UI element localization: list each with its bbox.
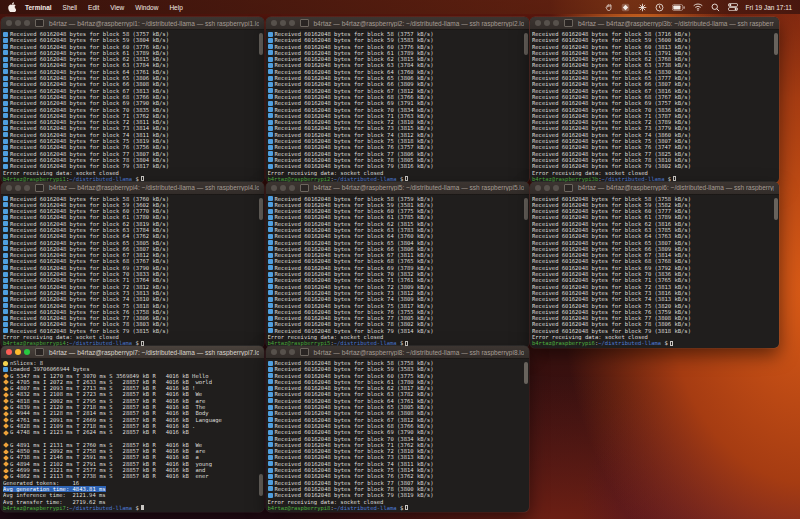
close-button[interactable] bbox=[535, 20, 541, 26]
battery-icon[interactable] bbox=[672, 4, 685, 11]
zoom-button[interactable] bbox=[289, 20, 295, 26]
line-text: Received 60162048 bytes for block 70 (38… bbox=[275, 436, 434, 442]
zoom-button[interactable] bbox=[24, 349, 30, 355]
minimize-button[interactable] bbox=[280, 349, 286, 355]
window-titlebar[interactable]: b4rtaz — b4rtaz@raspberrypi1: ~/distribu… bbox=[1, 17, 264, 30]
fast-forward-icon bbox=[3, 246, 8, 251]
close-button[interactable] bbox=[6, 20, 12, 26]
minimize-button[interactable] bbox=[544, 185, 550, 191]
window-titlebar[interactable]: b4rtaz — b4rtaz@raspberrypi4: ~/distribu… bbox=[1, 182, 264, 195]
menu-bar-clock[interactable]: Fri 19 Jan 17:11 bbox=[746, 4, 793, 11]
line-text: Received 60162048 bytes for block 70 (38… bbox=[532, 271, 691, 277]
scrollbar-thumb[interactable] bbox=[259, 198, 263, 220]
close-button[interactable] bbox=[271, 185, 277, 191]
close-button[interactable] bbox=[6, 185, 12, 191]
window-titlebar[interactable]: b4rtaz — b4rtaz@raspberrypi2: ~/distribu… bbox=[266, 17, 529, 30]
scrollbar[interactable] bbox=[524, 31, 528, 181]
line-text: Received 60162048 bytes for block 65 (38… bbox=[532, 240, 691, 246]
menu-item-edit[interactable]: Edit bbox=[88, 4, 99, 11]
scrollbar[interactable] bbox=[259, 196, 263, 346]
terminal-window-raspberrypi4[interactable]: b4rtaz — b4rtaz@raspberrypi4: ~/distribu… bbox=[1, 182, 264, 348]
terminal-window-raspberrypi1[interactable]: b4rtaz — b4rtaz@raspberrypi1: ~/distribu… bbox=[1, 17, 264, 183]
window-titlebar[interactable]: b4rtaz — b4rtaz@raspberrypi5: ~/distribu… bbox=[266, 182, 529, 195]
minimize-button[interactable] bbox=[15, 185, 21, 191]
scrollbar[interactable] bbox=[524, 196, 528, 346]
zoom-button[interactable] bbox=[553, 20, 559, 26]
scrollbar[interactable] bbox=[524, 360, 528, 510]
terminal-window-raspberrypi5[interactable]: b4rtaz — b4rtaz@raspberrypi5: ~/distribu… bbox=[266, 182, 529, 348]
time-machine-icon[interactable] bbox=[655, 3, 664, 12]
fan-icon[interactable] bbox=[638, 3, 647, 12]
zoom-button[interactable] bbox=[289, 349, 295, 355]
terminal-content[interactable]: Received 60162048 bytes for block 58 (37… bbox=[266, 359, 529, 512]
terminal-content[interactable]: Received 60162048 bytes for block 58 (37… bbox=[530, 195, 779, 348]
line-text: G 4894 ms I 2102 ms T 2791 ms S 28857 kB… bbox=[10, 461, 212, 467]
terminal-content[interactable]: Received 60162048 bytes for block 58 (37… bbox=[266, 30, 529, 183]
close-button[interactable] bbox=[271, 20, 277, 26]
scrollbar[interactable] bbox=[259, 360, 263, 510]
search-icon[interactable] bbox=[711, 3, 720, 12]
zoom-button[interactable] bbox=[24, 20, 30, 26]
zoom-button[interactable] bbox=[289, 185, 295, 191]
line-text: Received 60162048 bytes for block 77 (38… bbox=[532, 315, 691, 321]
scrollbar-thumb[interactable] bbox=[259, 33, 263, 55]
menu-item-terminal[interactable]: Terminal bbox=[25, 4, 52, 11]
terminal-window-raspberrypi8[interactable]: b4rtaz — b4rtaz@raspberrypi8: ~/distribu… bbox=[266, 346, 529, 512]
scrollbar-thumb[interactable] bbox=[524, 198, 528, 220]
fast-forward-icon bbox=[3, 107, 8, 112]
window-title: b4rtaz — b4rtaz@raspberrypi7: ~/distribu… bbox=[47, 349, 259, 356]
terminal-content[interactable]: Received 60162048 bytes for block 58 (37… bbox=[1, 30, 264, 183]
menu-item-help[interactable]: Help bbox=[169, 4, 182, 11]
fast-forward-icon bbox=[268, 120, 273, 125]
line-text: Received 60162048 bytes for block 60 (37… bbox=[275, 208, 434, 214]
fast-forward-icon bbox=[3, 196, 8, 201]
control-center-icon[interactable] bbox=[728, 3, 738, 11]
prompt-path: ~/distributed-llama bbox=[602, 176, 665, 182]
minimize-button[interactable] bbox=[15, 349, 21, 355]
scrollbar[interactable] bbox=[259, 31, 263, 181]
window-titlebar[interactable]: b4rtaz — b4rtaz@raspberrypi3b: ~/distrib… bbox=[530, 17, 779, 30]
menu-item-window[interactable]: Window bbox=[135, 4, 158, 11]
window-titlebar[interactable]: b4rtaz — b4rtaz@raspberrypi8: ~/distribu… bbox=[266, 346, 529, 359]
close-button[interactable] bbox=[6, 349, 12, 355]
terminal-content[interactable]: Received 60162048 bytes for block 58 (37… bbox=[266, 195, 529, 348]
scrollbar[interactable] bbox=[774, 31, 778, 181]
fast-forward-icon bbox=[268, 88, 273, 93]
wifi-icon[interactable] bbox=[693, 3, 703, 11]
scrollbar-thumb[interactable] bbox=[774, 33, 778, 55]
scrollbar[interactable] bbox=[774, 196, 778, 346]
prompt-user-host: b4rtaz@raspberrypi1 bbox=[3, 176, 66, 182]
close-button[interactable] bbox=[271, 349, 277, 355]
apple-logo-icon[interactable] bbox=[8, 2, 16, 12]
scrollbar-thumb[interactable] bbox=[524, 33, 528, 55]
terminal-window-raspberrypi6[interactable]: b4rtaz — b4rtaz@raspberrypi6: ~/distribu… bbox=[530, 182, 779, 348]
line-text: G 4807 ms I 2093 ms T 2713 ms S 28857 kB… bbox=[10, 385, 195, 391]
fast-forward-icon bbox=[268, 215, 273, 220]
terminal-content[interactable]: nSlices: 8Loaded 39706066944 bytesG 5347… bbox=[1, 359, 264, 512]
line-text: Received 60162048 bytes for block 69 (37… bbox=[10, 100, 169, 106]
terminal-content[interactable]: Received 60162048 bytes for block 58 (37… bbox=[1, 195, 264, 348]
fast-forward-icon bbox=[268, 82, 273, 87]
minimize-button[interactable] bbox=[15, 20, 21, 26]
zoom-button[interactable] bbox=[553, 185, 559, 191]
line-text: Received 60162048 bytes for block 67 (38… bbox=[10, 252, 169, 258]
terminal-content[interactable]: Received 60162048 bytes for block 58 (37… bbox=[530, 30, 779, 183]
window-titlebar[interactable]: b4rtaz — b4rtaz@raspberrypi6: ~/distribu… bbox=[530, 182, 779, 195]
terminal-window-raspberrypi7[interactable]: b4rtaz — b4rtaz@raspberrypi7: ~/distribu… bbox=[1, 346, 264, 512]
shortcuts-icon[interactable] bbox=[621, 3, 630, 12]
menu-item-view[interactable]: View bbox=[110, 4, 124, 11]
close-button[interactable] bbox=[535, 185, 541, 191]
minimize-button[interactable] bbox=[544, 20, 550, 26]
scrollbar-thumb[interactable] bbox=[524, 362, 528, 384]
terminal-window-raspberrypi2[interactable]: b4rtaz — b4rtaz@raspberrypi2: ~/distribu… bbox=[266, 17, 529, 183]
minimize-button[interactable] bbox=[280, 185, 286, 191]
scrollbar-thumb[interactable] bbox=[259, 474, 263, 496]
window-titlebar[interactable]: b4rtaz — b4rtaz@raspberrypi7: ~/distribu… bbox=[1, 346, 264, 359]
scrollbar-thumb[interactable] bbox=[774, 198, 778, 220]
fast-forward-icon bbox=[3, 32, 8, 37]
terminal-window-raspberrypi3b[interactable]: b4rtaz — b4rtaz@raspberrypi3b: ~/distrib… bbox=[530, 17, 779, 183]
hand-icon[interactable] bbox=[605, 3, 613, 12]
zoom-button[interactable] bbox=[24, 185, 30, 191]
menu-item-shell[interactable]: Shell bbox=[63, 4, 77, 11]
minimize-button[interactable] bbox=[280, 20, 286, 26]
